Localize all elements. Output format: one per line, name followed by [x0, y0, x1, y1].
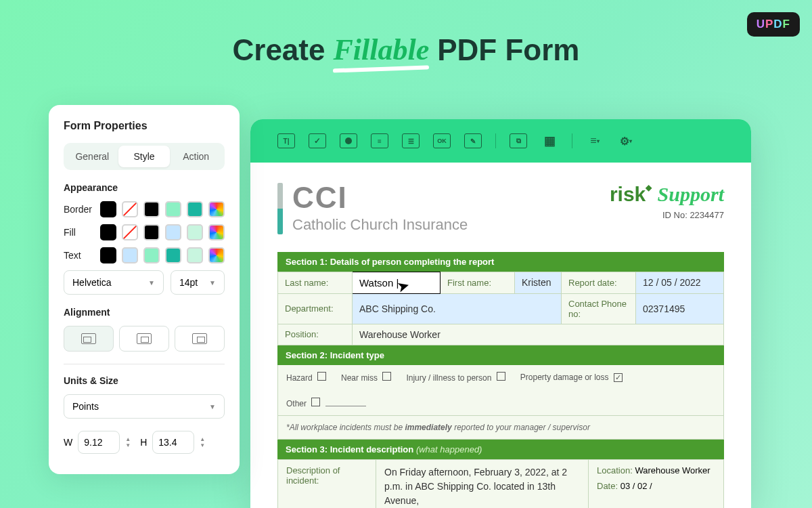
cursor-icon: ➤ — [395, 276, 411, 297]
units-heading: Units & Size — [64, 375, 225, 386]
incident-type-row: Hazard Near miss Injury / illness to per… — [277, 365, 724, 416]
grid-tool-icon[interactable]: ▦ — [541, 133, 558, 148]
reportdate-label: Report date: — [562, 272, 636, 293]
lastname-label: Last name: — [278, 272, 353, 293]
border-label: Border — [64, 204, 95, 215]
date-label: Date: — [597, 481, 618, 491]
tab-action[interactable]: Action — [170, 146, 222, 167]
brand-badge: UPDF — [747, 12, 800, 37]
height-label: H — [140, 437, 147, 448]
appearance-heading: Appearance — [64, 182, 225, 193]
document-area: CCI Catholic Church Insurance risk◆ Supp… — [250, 163, 751, 508]
align-right-icon — [192, 333, 207, 344]
border-swatch-black[interactable] — [100, 201, 116, 217]
fill-swatch-blue[interactable] — [165, 224, 181, 240]
radio-tool-icon[interactable] — [340, 133, 357, 148]
font-select[interactable]: Helvetica▼ — [64, 270, 164, 295]
section-2-header: Section 2: Incident type — [277, 345, 724, 365]
width-input[interactable] — [78, 431, 120, 454]
firstname-label: First name: — [441, 272, 515, 293]
button-tool-icon[interactable]: OK — [433, 133, 451, 148]
section-1-header: Section 1: Details of person completing … — [277, 252, 724, 272]
fontsize-select[interactable]: 14pt▼ — [171, 270, 225, 295]
date-value[interactable]: 03 / 02 / — [621, 481, 652, 491]
width-stepper[interactable]: ▲▼ — [125, 437, 131, 448]
listbox-tool-icon[interactable]: ☰ — [402, 133, 420, 148]
other-option[interactable]: Other — [286, 398, 366, 408]
tab-bar: General Style Action — [64, 143, 225, 170]
panel-title: Form Properties — [64, 120, 225, 132]
textfield-tool-icon[interactable]: T| — [277, 133, 295, 148]
property-option[interactable]: Property damage or loss — [520, 373, 623, 382]
border-swatch-rainbow[interactable] — [208, 201, 225, 217]
border-swatch-teal[interactable] — [187, 201, 203, 217]
position-label: Position: — [278, 324, 353, 345]
phone-label: Contact Phone no: — [562, 293, 636, 324]
description-input[interactable]: On Friday afternoon, February 3, 2022, a… — [376, 459, 589, 508]
text-swatch-blue[interactable] — [122, 247, 138, 263]
text-swatch-mint2[interactable] — [187, 247, 203, 263]
position-input[interactable]: Warehouse Worker — [353, 324, 724, 345]
border-swatch-black2[interactable] — [143, 201, 160, 217]
form-properties-panel: Form Properties General Style Action App… — [49, 105, 240, 474]
fill-swatch-black2[interactable] — [143, 224, 160, 240]
location-date-cell: Location: Warehouse Worker Date: 03 / 02… — [589, 459, 724, 508]
cci-title: CCI — [292, 183, 468, 213]
alignment-heading: Alignment — [64, 307, 225, 318]
text-swatch-black[interactable] — [100, 247, 116, 263]
location-label: Location: — [597, 465, 633, 475]
chevron-down-icon: ▼ — [209, 403, 216, 410]
align-center-icon — [137, 333, 152, 344]
cci-bar-icon — [277, 183, 283, 234]
align-tool-icon[interactable]: ≡▾ — [586, 133, 604, 148]
tools-menu-icon[interactable]: ⚙▾ — [617, 133, 635, 148]
hazard-option[interactable]: Hazard — [286, 372, 326, 383]
hero-mid: Fillable — [333, 33, 429, 67]
chevron-down-icon: ▼ — [148, 279, 155, 287]
hero-title: Create Fillable PDF Form — [0, 0, 812, 67]
text-swatch-rainbow[interactable] — [208, 247, 225, 263]
text-swatch-mint[interactable] — [143, 247, 160, 263]
height-stepper[interactable]: ▲▼ — [200, 437, 205, 448]
border-swatch-none[interactable] — [122, 201, 138, 217]
section-1-table: Last name: Watson |➤ First name: Kristen… — [277, 272, 724, 345]
align-right-button[interactable] — [175, 326, 225, 352]
location-value[interactable]: Warehouse Worker — [635, 465, 710, 475]
department-input[interactable]: ABC Shipping Co. — [353, 293, 562, 324]
height-input[interactable] — [152, 431, 194, 454]
section-3-header: Section 3: Incident description (what ha… — [277, 440, 724, 459]
fill-swatch-rainbow[interactable] — [208, 224, 225, 240]
lastname-input[interactable]: Watson |➤ — [353, 272, 441, 293]
fill-swatch-black[interactable] — [100, 224, 116, 240]
width-label: W — [64, 437, 72, 448]
department-label: Department: — [278, 293, 353, 324]
fill-swatch-mint[interactable] — [187, 224, 203, 240]
injury-option[interactable]: Injury / illness to person — [406, 372, 505, 383]
risk-support-logo: risk◆ Support — [610, 183, 724, 206]
fill-swatch-none[interactable] — [122, 224, 138, 240]
cci-subtitle: Catholic Church Insurance — [292, 215, 468, 234]
align-center-button[interactable] — [119, 326, 169, 352]
chevron-down-icon: ▼ — [209, 279, 216, 287]
reportdate-input[interactable]: 12 / 05 / 2022 — [636, 272, 724, 293]
align-left-icon — [81, 333, 96, 344]
align-left-button[interactable] — [64, 326, 114, 352]
units-select[interactable]: Points▼ — [64, 394, 225, 419]
checkbox-tool-icon[interactable] — [309, 133, 326, 148]
dropdown-tool-icon[interactable]: ≡ — [371, 133, 388, 148]
copy-tool-icon[interactable]: ⧉ — [510, 133, 527, 148]
firstname-input[interactable]: Kristen — [515, 272, 562, 293]
hero-pre: Create — [233, 33, 325, 67]
section-3-table: Description of incident: On Friday after… — [277, 459, 724, 509]
tab-general[interactable]: General — [66, 146, 118, 167]
phone-input[interactable]: 02371495 — [636, 293, 724, 324]
text-swatch-teal[interactable] — [165, 247, 181, 263]
form-toolbar: T| ≡ ☰ OK ✎ ⧉ ▦ ≡▾ ⚙▾ — [250, 119, 751, 163]
app-window: T| ≡ ☰ OK ✎ ⧉ ▦ ≡▾ ⚙▾ CCI Catholic Churc… — [250, 119, 751, 508]
signature-tool-icon[interactable]: ✎ — [464, 133, 482, 148]
border-swatch-mint[interactable] — [165, 201, 181, 217]
nearmiss-option[interactable]: Near miss — [341, 372, 391, 383]
tab-style[interactable]: Style — [118, 146, 171, 167]
incident-note: *All workplace incidents must be immedia… — [277, 416, 724, 440]
text-label: Text — [64, 250, 95, 261]
